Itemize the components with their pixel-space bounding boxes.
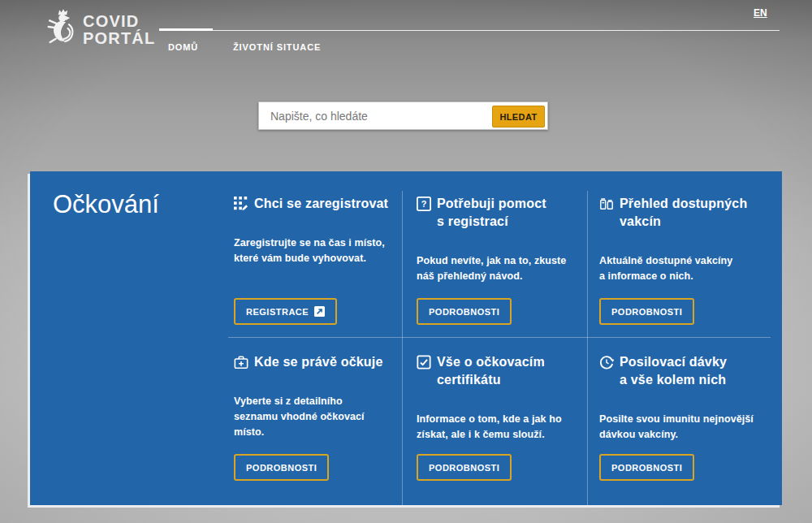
column-divider: [587, 191, 588, 505]
card-body: Posilte svou imunitu nejnovější dávkou v…: [599, 412, 774, 443]
medical-bag-icon: [234, 355, 248, 370]
language-link-en[interactable]: EN: [754, 7, 767, 19]
button-label: PODROBNOSTI: [611, 463, 682, 473]
brand-logo: COVID PORTÁL: [45, 7, 155, 47]
card-register: Chci se zaregistrovat Zaregistrujte se n…: [234, 195, 401, 334]
card-title: Přehled dostupných vakcín: [599, 195, 774, 231]
brand-line1: COVID: [83, 13, 155, 30]
button-label: PODROBNOSTI: [429, 307, 499, 317]
podrobnosti-button[interactable]: PODROBNOSTI: [599, 298, 694, 325]
card-certificate: Vše o očkovacím certifikátu Informace o …: [417, 353, 584, 492]
registrace-button[interactable]: REGISTRACE: [234, 298, 337, 325]
checkbox-checked-icon: [417, 355, 431, 370]
help-box-icon: ?: [417, 197, 431, 211]
row-divider: [228, 337, 771, 338]
card-title: Kde se právě očkuje: [234, 353, 401, 371]
search-bar: HLEDAT: [258, 102, 548, 130]
card-body: Aktuálně dostupné vakcíny a informace o …: [599, 253, 774, 284]
czech-lion-icon: [45, 7, 76, 45]
search-button[interactable]: HLEDAT: [492, 106, 545, 128]
nav-tab-domu[interactable]: DOMŮ: [168, 42, 198, 52]
card-body: Informace o tom, kde a jak ho získat, al…: [417, 412, 584, 443]
card-body: Zaregistrujte se na čas i místo, které v…: [234, 236, 401, 266]
nav-tab-zivotni-situace[interactable]: ŽIVOTNÍ SITUACE: [233, 42, 321, 52]
card-booster-doses: Posilovací dávky a vše kolem nich Posilt…: [599, 353, 774, 492]
card-title: Posilovací dávky a vše kolem nich: [599, 353, 774, 389]
button-label: PODROBNOSTI: [611, 307, 682, 317]
nav-active-indicator: [159, 28, 213, 31]
brand-line2: PORTÁL: [83, 30, 155, 47]
card-title: Chci se zaregistrovat: [234, 195, 401, 213]
podrobnosti-button[interactable]: PODROBNOSTI: [599, 454, 694, 481]
column-divider: [402, 191, 403, 505]
podrobnosti-button[interactable]: PODROBNOSTI: [417, 454, 512, 481]
button-label: PODROBNOSTI: [246, 463, 317, 473]
card-help-registration: Potřebuji pomoct s registrací ? Pokud ne…: [417, 195, 584, 334]
vaccination-panel: Očkování Chci se zaregistrovat Zaregistr…: [30, 171, 782, 505]
panel-title: Očkování: [53, 190, 159, 219]
card-body: Vyberte si z detailního seznamu vhodné o…: [234, 394, 401, 440]
app-registration-icon: [234, 197, 248, 211]
vaccine-vials-icon: [599, 197, 614, 211]
external-link-icon: [314, 306, 325, 317]
card-title: Vše o očkovacím certifikátu: [417, 353, 584, 389]
button-label: PODROBNOSTI: [429, 463, 499, 473]
podrobnosti-button[interactable]: PODROBNOSTI: [234, 454, 329, 481]
svg-text:?: ?: [421, 199, 427, 209]
booster-update-icon: [599, 355, 614, 370]
nav-divider-line: [159, 30, 780, 31]
card-where-vaccinate: Kde se právě očkuje Vyberte si z detailn…: [234, 353, 401, 492]
podrobnosti-button[interactable]: PODROBNOSTI: [417, 298, 512, 325]
button-label: REGISTRACE: [246, 307, 309, 317]
card-vaccines-overview: Přehled dostupných vakcín Aktuálně dostu…: [599, 195, 774, 334]
card-body: Pokud nevíte, jak na to, zkuste náš přeh…: [417, 253, 584, 284]
card-title: Potřebuji pomoct s registrací: [417, 195, 584, 231]
